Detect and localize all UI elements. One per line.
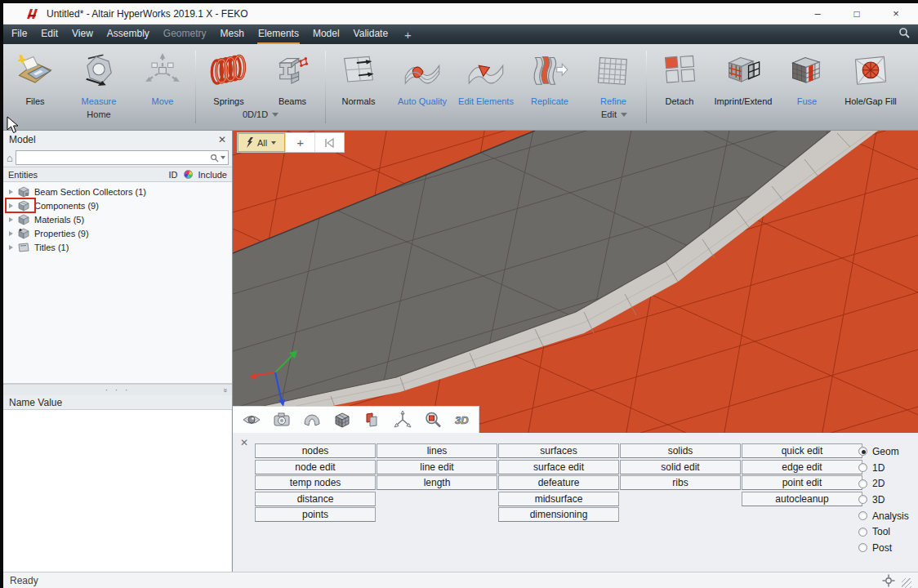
panel-button-midsurface[interactable]: midsurface — [498, 492, 619, 506]
id-column-header[interactable]: ID — [169, 170, 178, 180]
panel-button-solid-edit[interactable]: solid edit — [620, 460, 741, 474]
search-icon[interactable] — [898, 27, 910, 42]
name-value-table[interactable] — [3, 410, 231, 572]
ribbon-button-beams[interactable]: Beams — [261, 47, 324, 106]
panel-button-dimensioning[interactable]: dimensioning — [498, 507, 619, 522]
model-panel-close-icon[interactable]: ✕ — [218, 134, 226, 145]
menu-item-validate[interactable]: Validate — [353, 24, 389, 44]
ribbon-button-files[interactable]: Files — [3, 47, 67, 106]
3d-icon[interactable]: 3D — [453, 410, 473, 430]
home-icon[interactable]: ⌂ — [7, 153, 13, 163]
ribbon-button-label: Beams — [279, 96, 306, 106]
ribbon-button-auto-quality[interactable]: Auto Quality — [390, 47, 454, 106]
shell-icon[interactable] — [302, 410, 322, 430]
menu-item-model[interactable]: Model — [312, 24, 341, 44]
highlight-annotation — [5, 198, 36, 213]
model-panel-title: Model — [9, 134, 36, 145]
panel-button-lines[interactable]: lines — [377, 443, 497, 458]
tree-item-beam-section-collectors-1[interactable]: Beam Section Collectors (1) — [3, 185, 232, 198]
zoom-icon[interactable] — [423, 410, 443, 430]
menu-item-view[interactable]: View — [71, 24, 94, 44]
view-icon[interactable] — [242, 410, 261, 430]
camera-icon[interactable] — [272, 410, 292, 430]
ribbon-button-hole-gap-fill[interactable]: Hole/Gap Fill — [839, 47, 902, 106]
crosshair-icon[interactable] — [882, 574, 895, 587]
ribbon-button-imprint-extend[interactable]: Imprint/Extend — [711, 47, 775, 106]
chevron-right-icon[interactable] — [9, 245, 13, 250]
entity-selector-button[interactable]: All — [238, 133, 285, 152]
reset-view-button[interactable] — [314, 133, 344, 152]
ribbon-button-move[interactable]: Move — [131, 47, 194, 106]
menu-add-button[interactable]: + — [404, 24, 412, 44]
panel-button-solids[interactable]: solids — [620, 443, 741, 458]
mode-option-analysis[interactable]: Analysis — [858, 508, 909, 524]
normals-icon — [339, 47, 378, 96]
ribbon-group-label[interactable]: 0D/1D — [197, 108, 324, 121]
resize-grip[interactable] — [902, 578, 911, 588]
ribbon-group-0d-1d: SpringsBeams0D/1D — [197, 47, 324, 130]
model-search-input[interactable] — [16, 150, 229, 165]
collapse-chevron-icon[interactable]: » — [221, 388, 229, 392]
minimize-button[interactable]: – — [810, 7, 825, 20]
ribbon-button-measure[interactable]: Measure — [67, 47, 131, 106]
ribbon-button-springs[interactable]: Springs — [197, 47, 261, 106]
include-column-header[interactable]: Include — [198, 170, 227, 180]
mode-option-3d[interactable]: 3D — [858, 492, 909, 508]
panel-close-icon[interactable]: ✕ — [240, 437, 248, 448]
panels-icon[interactable] — [363, 410, 382, 430]
mode-option-2d[interactable]: 2D — [858, 475, 909, 492]
ribbon-button-edit-elements[interactable]: Edit Elements — [454, 47, 518, 106]
panel-button-temp-nodes[interactable]: temp nodes — [255, 475, 376, 490]
panel-button-autocleanup[interactable]: autocleanup — [742, 492, 862, 506]
panel-splitter[interactable]: · · · » — [3, 384, 232, 395]
ribbon-button-replicate[interactable]: Replicate — [518, 47, 582, 106]
hole-gap-fill-icon — [851, 47, 890, 96]
chevron-down-icon — [272, 113, 279, 117]
panel-button-quick-edit[interactable]: quick edit — [742, 443, 862, 458]
panel-button-defeature[interactable]: defeature — [498, 475, 619, 490]
mode-option-geom[interactable]: Geom — [858, 443, 909, 460]
ribbon-group-separator — [325, 51, 326, 123]
panel-button-surfaces[interactable]: surfaces — [498, 443, 619, 458]
close-button[interactable]: × — [889, 7, 903, 20]
view-toolbar: 3D — [233, 406, 479, 433]
ribbon-button-detach[interactable]: Detach — [648, 47, 711, 106]
tree-item-components-9[interactable]: Components (9) — [3, 198, 232, 212]
tree-item-titles-1[interactable]: Titles (1) — [3, 240, 232, 254]
panel-button-length[interactable]: length — [377, 475, 497, 490]
tree-item-materials-5[interactable]: Materials (5) — [3, 212, 232, 226]
panel-button-edge-edit[interactable]: edge edit — [742, 460, 862, 474]
menu-item-edit[interactable]: Edit — [40, 24, 59, 44]
menu-item-mesh[interactable]: Mesh — [220, 24, 245, 44]
mesh-cube-icon[interactable] — [332, 410, 352, 430]
panel-button-line-edit[interactable]: line edit — [377, 460, 497, 474]
graphics-viewport[interactable]: All + 3D — [233, 131, 918, 433]
tree-item-properties-9[interactable]: Properties (9) — [3, 226, 232, 240]
ribbon-group-label[interactable]: Edit — [327, 108, 645, 121]
chevron-right-icon[interactable] — [9, 217, 13, 222]
menu-item-assembly[interactable]: Assembly — [106, 24, 150, 44]
menu-item-file[interactable]: File — [11, 24, 28, 44]
color-wheel-icon[interactable] — [184, 170, 193, 179]
ribbon-button-normals[interactable]: Normals — [327, 47, 390, 106]
ribbon-button-fuse[interactable]: Fuse — [775, 47, 839, 106]
maximize-button[interactable]: □ — [849, 8, 864, 20]
panel-button-node-edit[interactable]: node edit — [255, 460, 376, 474]
mode-option-tool[interactable]: Tool — [858, 523, 909, 540]
panel-button-nodes[interactable]: nodes — [255, 443, 376, 458]
chevron-right-icon[interactable] — [9, 189, 13, 194]
panel-button-points[interactable]: points — [255, 507, 376, 522]
chevron-right-icon[interactable] — [9, 231, 13, 236]
menu-item-elements[interactable]: Elements — [257, 24, 300, 44]
panel-button-distance[interactable]: distance — [255, 492, 376, 506]
mode-option-post[interactable]: Post — [858, 540, 909, 556]
panel-button-point-edit[interactable]: point edit — [742, 475, 862, 490]
add-selection-button[interactable]: + — [285, 133, 314, 152]
ribbon-button-refine[interactable]: Refine — [582, 47, 645, 106]
panel-button-surface-edit[interactable]: surface edit — [498, 460, 619, 474]
mode-option-1d[interactable]: 1D — [858, 460, 909, 476]
panel-button-ribs[interactable]: ribs — [620, 475, 741, 490]
chevron-down-icon — [221, 156, 225, 159]
menu-item-geometry[interactable]: Geometry — [163, 24, 207, 44]
axes-icon[interactable] — [393, 410, 412, 430]
